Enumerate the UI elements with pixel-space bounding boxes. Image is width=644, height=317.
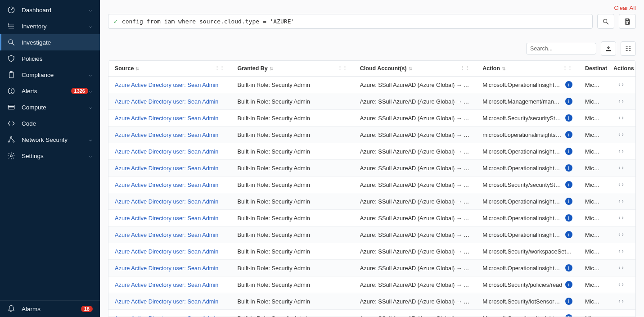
destination-cell: Micros — [579, 93, 607, 110]
info-icon[interactable]: i — [565, 281, 572, 288]
destination-cell: Micros — [579, 293, 607, 310]
table-search-input[interactable] — [530, 45, 601, 52]
col-cloud-accounts[interactable]: Cloud Account(s)⇅⋮⋮ — [354, 61, 476, 77]
code-action-icon[interactable] — [616, 197, 626, 206]
sidebar-item-inventory[interactable]: Inventory — [0, 18, 100, 34]
info-icon[interactable]: i — [565, 298, 572, 305]
info-icon[interactable]: i — [565, 81, 572, 88]
sidebar-item-dashboard[interactable]: Dashboard — [0, 2, 100, 18]
download-button[interactable] — [601, 41, 616, 56]
code-action-icon[interactable] — [616, 297, 626, 306]
code-action-icon[interactable] — [616, 230, 626, 239]
source-link[interactable]: Azure Active Directory user: Sean Admin — [115, 82, 218, 88]
destination-cell: Micros — [579, 143, 607, 160]
drag-handle-icon[interactable]: ⋮⋮ — [563, 65, 572, 71]
sidebar-item-compute[interactable]: Compute — [0, 99, 100, 115]
info-icon[interactable]: i — [565, 131, 572, 138]
col-action[interactable]: Action⇅⋮⋮ — [476, 61, 579, 77]
code-action-icon[interactable] — [616, 113, 626, 122]
source-link[interactable]: Azure Active Directory user: Sean Admin — [115, 315, 218, 317]
sidebar-item-network-security[interactable]: Network Security — [0, 131, 100, 148]
col-source[interactable]: Source⇅⋮⋮ — [108, 61, 231, 77]
sidebar-item-label: Dashboard — [22, 7, 88, 14]
table-row: Azure Active Directory user: Sean AdminB… — [108, 276, 635, 293]
granted-by-cell: Built-in Role: Security Admin — [231, 293, 353, 310]
drag-handle-icon[interactable]: ⋮⋮ — [338, 65, 347, 71]
col-destination[interactable]: Destination — [579, 61, 607, 77]
source-link[interactable]: Azure Active Directory user: Sean Admin — [115, 115, 218, 122]
source-link[interactable]: Azure Active Directory user: Sean Admin — [115, 198, 218, 205]
info-icon[interactable]: i — [565, 198, 572, 205]
source-link[interactable]: Azure Active Directory user: Sean Admin — [115, 281, 218, 288]
svg-line-20 — [11, 138, 14, 141]
source-link[interactable]: Azure Active Directory user: Sean Admin — [115, 215, 218, 222]
source-link[interactable]: Azure Active Directory user: Sean Admin — [115, 298, 218, 305]
svg-rect-28 — [606, 50, 611, 51]
account-cell: Azure: SSull AzureAD (Azure Global) → Az… — [354, 177, 476, 193]
columns-button[interactable] — [621, 41, 636, 56]
code-action-icon[interactable] — [616, 180, 626, 189]
source-link[interactable]: Azure Active Directory user: Sean Admin — [115, 265, 218, 272]
col-actions: Actions — [607, 61, 635, 77]
results-table-wrap[interactable]: Source⇅⋮⋮ Granted By⇅⋮⋮ Cloud Account(s)… — [108, 60, 636, 317]
granted-by-cell: Built-in Role: Security Admin — [231, 243, 353, 260]
granted-by-cell: Built-in Role: Security Admin — [231, 310, 353, 317]
info-icon[interactable]: i — [565, 164, 572, 172]
code-action-icon[interactable] — [616, 97, 626, 106]
sidebar-footer-alarms[interactable]: Alarms 18 — [0, 301, 100, 317]
code-action-icon[interactable] — [616, 80, 626, 89]
code-action-icon[interactable] — [616, 247, 626, 256]
sidebar-item-code[interactable]: Code — [0, 115, 100, 131]
table-row: Azure Active Directory user: Sean AdminB… — [108, 143, 635, 160]
info-icon[interactable]: i — [565, 264, 572, 272]
sidebar-item-policies[interactable]: Policies — [0, 50, 100, 67]
info-icon[interactable]: i — [565, 214, 572, 222]
info-icon[interactable]: i — [565, 114, 572, 122]
info-icon[interactable]: i — [565, 314, 572, 317]
code-action-icon[interactable] — [616, 130, 626, 139]
sidebar-item-investigate[interactable]: Investigate — [0, 34, 100, 50]
source-link[interactable]: Azure Active Directory user: Sean Admin — [115, 98, 218, 105]
info-icon[interactable]: i — [565, 231, 572, 238]
code-action-icon[interactable] — [616, 213, 626, 222]
table-search[interactable] — [526, 43, 596, 54]
save-query-button[interactable] — [619, 14, 636, 29]
sidebar-item-compliance[interactable]: Compliance — [0, 67, 100, 83]
table-row: Azure Active Directory user: Sean AdminB… — [108, 127, 635, 143]
drag-handle-icon[interactable]: ⋮⋮ — [215, 65, 225, 71]
sidebar-item-alerts[interactable]: Alerts1326 — [0, 83, 100, 99]
info-icon[interactable]: i — [565, 181, 572, 188]
source-link[interactable]: Azure Active Directory user: Sean Admin — [115, 148, 218, 155]
table-row: Azure Active Directory user: Sean AdminB… — [108, 160, 635, 177]
query-text: config from iam where source.cloud.type … — [122, 18, 295, 25]
destination-cell: Micros — [579, 77, 607, 93]
query-input[interactable]: ✓ config from iam where source.cloud.typ… — [108, 14, 593, 29]
code-action-icon[interactable] — [616, 163, 626, 172]
info-icon[interactable]: i — [565, 98, 572, 105]
source-link[interactable]: Azure Active Directory user: Sean Admin — [115, 181, 218, 188]
code-action-icon[interactable] — [616, 313, 626, 317]
chevron-down-icon — [88, 8, 93, 12]
clipboard-icon — [7, 71, 15, 79]
topbar: Clear All ✓ config from iam where source… — [100, 0, 644, 29]
source-link[interactable]: Azure Active Directory user: Sean Admin — [115, 165, 218, 172]
code-action-icon[interactable] — [616, 280, 626, 289]
sidebar-item-label: Code — [22, 120, 93, 127]
destination-cell: Micros — [579, 276, 607, 293]
run-query-button[interactable] — [597, 14, 614, 29]
source-link[interactable]: Azure Active Directory user: Sean Admin — [115, 131, 218, 138]
code-action-icon[interactable] — [616, 147, 626, 156]
svg-rect-25 — [626, 22, 628, 24]
sidebar-item-settings[interactable]: Settings — [0, 148, 100, 164]
drag-handle-icon[interactable]: ⋮⋮ — [460, 65, 470, 71]
alarms-badge: 18 — [81, 306, 93, 312]
account-cell: Azure: SSull AzureAD (Azure Global) → Az… — [354, 260, 476, 276]
source-link[interactable]: Azure Active Directory user: Sean Admin — [115, 231, 218, 238]
action-text: Microsoft.Security/workspaceSetti… — [482, 248, 572, 255]
code-action-icon[interactable] — [616, 263, 626, 272]
clear-all-link[interactable]: Clear All — [108, 5, 636, 11]
info-icon[interactable]: i — [565, 148, 572, 155]
table-toolbar — [100, 29, 644, 60]
col-granted-by[interactable]: Granted By⇅⋮⋮ — [231, 61, 353, 77]
source-link[interactable]: Azure Active Directory user: Sean Admin — [115, 248, 218, 255]
